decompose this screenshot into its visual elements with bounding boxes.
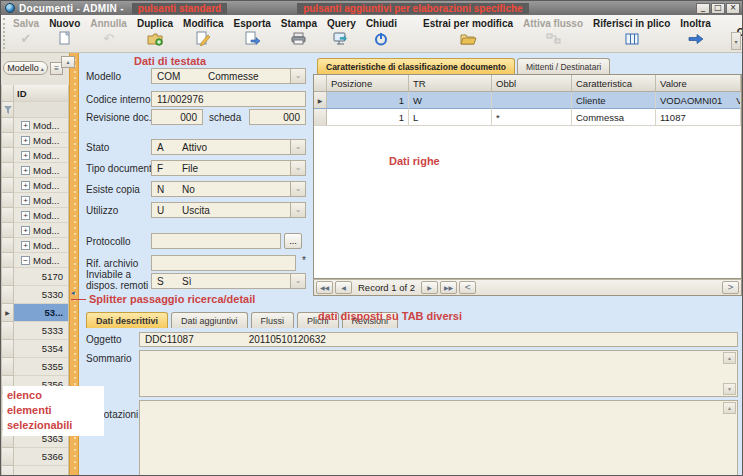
save-button[interactable]: Salva ✔ [8, 16, 44, 47]
tree-row[interactable]: +Mod... [1, 238, 69, 253]
next-record-icon[interactable]: ▶ [421, 281, 438, 294]
tab-caratteristiche[interactable]: Caratteristiche di classificazione docum… [317, 58, 515, 74]
sidebar-filter-row[interactable] [1, 102, 69, 118]
sidebar-filter-cell[interactable] [14, 102, 69, 118]
expand-icon[interactable]: + [21, 121, 30, 130]
close-button[interactable]: × [726, 3, 740, 14]
model-selector-button[interactable]: Modello ▴ [3, 61, 48, 75]
tab-dati-descrittivi[interactable]: Dati descrittivi [86, 312, 168, 328]
minimize-button[interactable]: _ [696, 3, 710, 14]
list-item[interactable]: 5354 [1, 340, 69, 358]
tree-row[interactable]: +Mod... [1, 193, 69, 208]
tree-row-expanded[interactable]: −Mod... [1, 253, 69, 268]
list-item[interactable]: 5366 [1, 448, 69, 466]
rif-archivio-field[interactable] [151, 255, 296, 271]
protocollo-browse-button[interactable]: ... [284, 233, 302, 249]
utilizzo-dropdown[interactable]: U Uscita ⌄ [151, 202, 306, 218]
modello-dropdown[interactable]: COM Commesse ⌄ [151, 68, 306, 84]
expand-icon[interactable]: + [21, 196, 30, 205]
scroll-up-icon[interactable]: ▲ [723, 402, 736, 414]
inviabile-dropdown[interactable]: S Sì ⌄ [151, 273, 306, 289]
maximize-button[interactable]: □ [711, 3, 725, 14]
oggetto-field[interactable]: DDC11087 20110510120632 [139, 332, 738, 347]
revisione-field[interactable]: 000 [151, 109, 203, 125]
chevron-down-icon[interactable]: ⌄ [290, 182, 305, 196]
expand-icon[interactable]: + [21, 151, 30, 160]
collapse-icon[interactable]: − [21, 256, 30, 265]
titlebar[interactable]: Documenti - ADMIN - pulsanti standard pu… [1, 1, 742, 15]
tree-row[interactable]: +Mod... [1, 118, 69, 133]
sidebar-scroll-up-icon[interactable]: ▲ [61, 56, 75, 68]
list-item[interactable] [1, 466, 69, 476]
tab-dati-aggiuntivi[interactable]: Dati aggiuntivi [171, 312, 248, 328]
expand-icon[interactable]: + [21, 226, 30, 235]
esiste-copia-dropdown[interactable]: N No ⌄ [151, 181, 306, 197]
print-button[interactable]: Stampa [276, 16, 322, 47]
tipo-documento-dropdown[interactable]: F File ⌄ [151, 160, 306, 176]
toolbar-grip[interactable] [3, 18, 6, 49]
chevron-down-icon[interactable]: ⌄ [290, 203, 305, 217]
tree-item-label: Mod... [33, 150, 59, 161]
column-header-tr[interactable]: TR [409, 75, 492, 92]
sommario-textarea[interactable]: ▲ ▼ [139, 350, 738, 397]
table-row-selected[interactable]: ▶ 1 W Cliente VODAOMNI01Vod... [314, 92, 741, 109]
expand-icon[interactable]: + [21, 181, 30, 190]
tree-row[interactable]: +Mod... [1, 133, 69, 148]
close-document-button[interactable]: Chiudi [361, 16, 402, 47]
extract-button[interactable]: Estrai per modifica [418, 16, 518, 47]
expand-icon[interactable]: + [21, 241, 30, 250]
column-header-posizione[interactable]: Posizione [327, 75, 409, 92]
activate-flow-button[interactable]: Attiva flusso [518, 16, 588, 47]
expand-icon[interactable]: + [21, 211, 30, 220]
forward-button[interactable]: Inoltra [675, 16, 716, 47]
column-header-valore[interactable]: Valore [656, 75, 741, 92]
chevron-down-icon[interactable]: ⌄ [290, 69, 305, 83]
column-header-obbl[interactable]: Obbl [492, 75, 572, 92]
scroll-left-icon[interactable]: < [459, 281, 476, 294]
tree-row[interactable]: +Mod... [1, 208, 69, 223]
plico-button[interactable]: Riferisci in plico [588, 16, 675, 47]
tab-mittenti-destinatari[interactable]: Mittenti / Destinatari [517, 58, 610, 74]
tree-row[interactable]: +Mod... [1, 223, 69, 238]
annotation-pulsanti-aggiuntivi: pulsanti aggiuntivi per elaborazioni spe… [297, 3, 529, 14]
undo-button[interactable]: Annulla ↶ [85, 16, 132, 47]
previous-record-icon[interactable]: ◀ [335, 281, 352, 294]
tree-row[interactable]: +Mod... [1, 163, 69, 178]
expand-icon[interactable]: + [21, 136, 30, 145]
chevron-down-icon[interactable]: ⌄ [290, 140, 305, 154]
duplicate-label: Duplica [137, 18, 173, 29]
chevron-down-icon[interactable]: ⌄ [290, 161, 305, 175]
list-item[interactable]: 5355 [1, 358, 69, 376]
new-button[interactable]: Nuovo [44, 16, 85, 47]
scheda-field[interactable]: 000 [249, 109, 306, 125]
export-button[interactable]: Esporta [229, 16, 276, 47]
tree-row[interactable]: +Mod... [1, 178, 69, 193]
first-record-icon[interactable]: ◀◀ [316, 281, 333, 294]
duplicate-button[interactable]: Duplica [132, 16, 178, 47]
tree-item-label: Mod... [33, 195, 59, 206]
query-button[interactable]: Query [322, 16, 361, 47]
sidebar-id-column-header[interactable]: ID [14, 85, 69, 102]
scroll-right-icon[interactable]: > [722, 281, 739, 294]
tree-row[interactable]: +Mod... [1, 148, 69, 163]
toolbar-overflow-button[interactable]: ▾ [731, 32, 741, 50]
column-header-caratteristica[interactable]: Caratteristica [572, 75, 656, 92]
chevron-down-icon[interactable]: ⌄ [290, 274, 305, 288]
list-item[interactable]: 5170 [1, 268, 69, 286]
tab-flussi[interactable]: Flussi [251, 312, 295, 328]
list-item[interactable]: 5333 [1, 322, 69, 340]
protocollo-field[interactable] [151, 233, 281, 249]
annotazioni-textarea[interactable]: ▲ [139, 400, 738, 476]
stato-dropdown[interactable]: A Attivo ⌄ [151, 139, 306, 155]
codice-interno-field[interactable]: 11/002976 [151, 91, 306, 107]
export-icon [245, 30, 260, 47]
scroll-up-icon[interactable]: ▲ [723, 352, 736, 364]
edit-button[interactable]: Modifica [178, 16, 229, 47]
main-area: ▲ Modello ▴ ≡ ID +Mod... +Mod... [1, 53, 742, 475]
list-item[interactable]: 5330 [1, 286, 69, 304]
last-record-icon[interactable]: ▶▶ [440, 281, 457, 294]
expand-icon[interactable]: + [21, 166, 30, 175]
scroll-down-icon[interactable]: ▼ [723, 383, 736, 395]
table-row[interactable]: 1 L * Commessa 11087 [314, 109, 741, 126]
list-item-selected[interactable]: ▶53... [1, 304, 69, 322]
